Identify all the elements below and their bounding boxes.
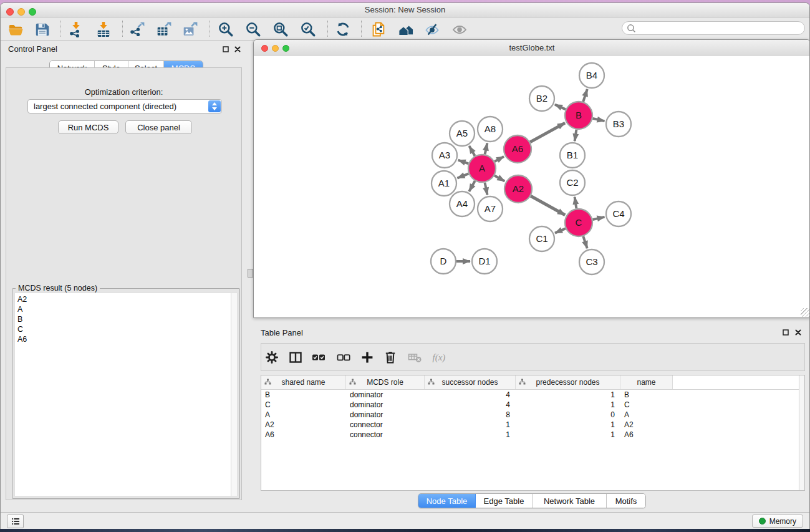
show-panels-button[interactable] — [7, 515, 24, 528]
export-image-button[interactable] — [180, 20, 201, 39]
graph-edge-B-B1[interactable] — [575, 130, 577, 142]
resize-grip-icon[interactable] — [801, 308, 809, 317]
hide-graphics-details-button[interactable] — [422, 20, 443, 39]
graph-edge-A2-C[interactable] — [531, 196, 565, 215]
graph-edge-C-C2[interactable] — [575, 197, 577, 209]
table-panel-float-button[interactable] — [781, 328, 790, 337]
graph-edge-C-C1[interactable] — [555, 228, 566, 233]
network-canvas[interactable]: AA1A2A3A4A5A6A7A8BB1B2B3B4CC1C2C3C4DD1 — [254, 56, 810, 317]
search-input[interactable] — [639, 22, 802, 35]
home-button[interactable] — [395, 20, 417, 39]
graph-node-D1[interactable]: D1 — [472, 249, 497, 274]
graph-node-A6[interactable]: A6 — [504, 135, 531, 163]
import-network-button[interactable] — [65, 20, 87, 39]
graph-node-A7[interactable]: A7 — [478, 196, 503, 221]
float-icon — [222, 46, 229, 53]
graph-edge-A-A4[interactable] — [469, 181, 475, 191]
run-mcds-button[interactable]: Run MCDS — [58, 120, 118, 134]
home-icon — [398, 21, 414, 37]
column-header-mcds-role[interactable]: MCDS role — [346, 375, 425, 389]
table-row[interactable]: Cdominator41C — [261, 400, 804, 410]
zoom-in-button[interactable] — [215, 20, 236, 39]
tab-node-table[interactable]: Node Table — [418, 494, 476, 508]
delete-row-button[interactable] — [382, 349, 399, 365]
select-all-button[interactable] — [310, 349, 327, 365]
table-settings-button[interactable] — [263, 349, 281, 365]
graph-edge-A-A3[interactable] — [458, 160, 469, 164]
graph-node-D[interactable]: D — [431, 249, 456, 274]
graph-node-C[interactable]: C — [565, 209, 592, 236]
open-file-button[interactable] — [5, 20, 26, 39]
graph-edge-A-A7[interactable] — [485, 183, 488, 195]
graph-node-B2[interactable]: B2 — [529, 86, 554, 111]
table-cell: A6 — [261, 430, 346, 439]
import-table-button[interactable] — [93, 20, 114, 39]
control-panel-close-button[interactable] — [233, 45, 242, 54]
graph-edge-B-B4[interactable] — [583, 89, 587, 102]
mcds-result-item[interactable]: A — [15, 304, 237, 314]
column-header-shared-name[interactable]: shared name — [261, 375, 346, 389]
graph-node-C1[interactable]: C1 — [529, 226, 554, 251]
graph-node-A5[interactable]: A5 — [450, 121, 475, 146]
table-row[interactable]: A6connector11A6 — [261, 430, 804, 440]
graph-node-C4[interactable]: C4 — [606, 201, 631, 226]
mcds-result-item[interactable]: A2 — [15, 294, 237, 304]
deselect-all-button[interactable] — [335, 349, 352, 365]
select-all-icon — [311, 350, 326, 365]
graph-edge-C-C4[interactable] — [593, 217, 605, 220]
graph-node-B4[interactable]: B4 — [579, 63, 604, 88]
table-scrollbar[interactable] — [799, 375, 804, 490]
graph-edge-A-A8[interactable] — [485, 143, 488, 155]
graph-edge-A-A6[interactable] — [494, 157, 504, 162]
graph-node-A4[interactable]: A4 — [450, 191, 475, 216]
export-table-button[interactable] — [153, 20, 175, 39]
graph-edge-A-A2[interactable] — [494, 175, 504, 181]
table-panel-close-button[interactable] — [794, 328, 803, 337]
splitter-handle[interactable] — [248, 269, 253, 278]
graph-node-A3[interactable]: A3 — [432, 143, 457, 168]
tab-motifs[interactable]: Motifs — [607, 494, 645, 508]
column-header-name[interactable]: name — [620, 375, 673, 389]
graph-node-C3[interactable]: C3 — [579, 249, 604, 274]
graph-node-B3[interactable]: B3 — [606, 112, 631, 137]
show-columns-button[interactable] — [287, 349, 304, 365]
column-header-successor-nodes[interactable]: successor nodes — [425, 375, 516, 389]
zoom-out-button[interactable] — [243, 20, 264, 39]
table-cell: 8 — [425, 410, 516, 419]
export-network-button[interactable] — [127, 20, 148, 39]
mcds-result-item[interactable]: B — [15, 314, 237, 324]
graph-node-B1[interactable]: B1 — [560, 143, 585, 168]
graph-edge-A-A5[interactable] — [469, 146, 475, 156]
close-panel-button[interactable]: Close panel — [125, 120, 192, 134]
column-header-predecessor-nodes[interactable]: predecessor nodes — [516, 375, 620, 389]
optimization-criterion-select[interactable]: largest connected component (directed) — [27, 99, 222, 114]
graph-edge-B-B3[interactable] — [593, 118, 605, 121]
graph-node-B[interactable]: B — [565, 102, 592, 129]
graph-edge-A-A1[interactable] — [457, 173, 468, 178]
graph-edge-A6-B[interactable] — [530, 123, 565, 142]
control-panel-float-button[interactable] — [221, 45, 230, 54]
mcds-result-item[interactable]: A6 — [15, 334, 237, 344]
graph-node-A8[interactable]: A8 — [478, 117, 503, 142]
table-row[interactable]: A2connector11A2 — [261, 420, 804, 430]
mcds-result-item[interactable]: C — [15, 324, 237, 334]
zoom-selected-button[interactable] — [297, 20, 319, 39]
graph-edge-B-B2[interactable] — [555, 105, 566, 110]
graph-edge-C-C3[interactable] — [583, 236, 587, 248]
memory-button[interactable]: Memory — [752, 515, 803, 528]
clone-network-button[interactable] — [368, 20, 389, 39]
graph-node-A1[interactable]: A1 — [432, 171, 456, 196]
graph-node-C2[interactable]: C2 — [560, 170, 585, 195]
zoom-fit-button[interactable] — [270, 20, 291, 39]
save-session-button[interactable] — [31, 20, 52, 39]
delete-table-button — [406, 349, 423, 365]
table-row[interactable]: Bdominator41B — [261, 390, 804, 400]
mcds-result-scrollbar[interactable] — [231, 293, 237, 496]
tab-network-table[interactable]: Network Table — [533, 494, 607, 508]
table-row[interactable]: Adominator80A — [261, 410, 804, 420]
tab-edge-table[interactable]: Edge Table — [476, 494, 533, 508]
add-row-button[interactable] — [359, 349, 376, 365]
graph-node-A2[interactable]: A2 — [504, 175, 532, 203]
refresh-layout-button[interactable] — [332, 20, 354, 39]
graph-node-A[interactable]: A — [468, 155, 496, 182]
